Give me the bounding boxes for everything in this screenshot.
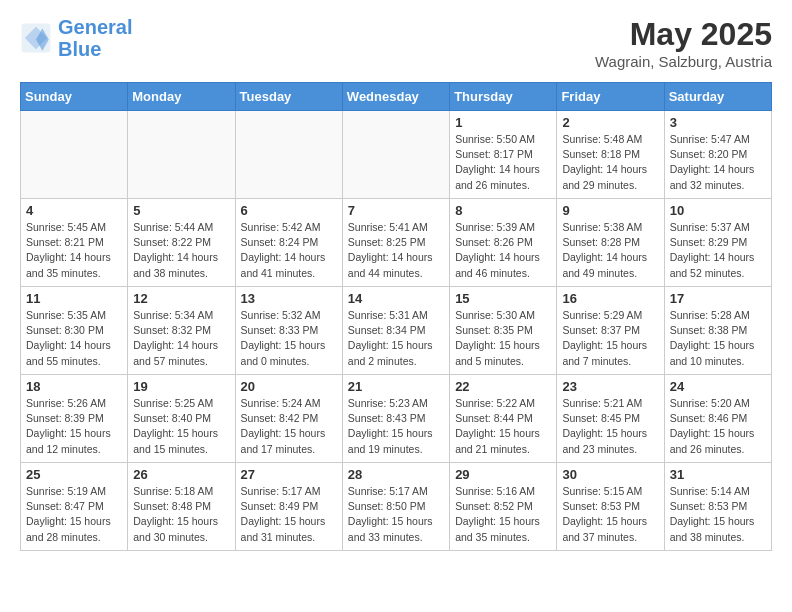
calendar-cell: 27Sunrise: 5:17 AM Sunset: 8:49 PM Dayli… <box>235 463 342 551</box>
day-number: 4 <box>26 203 122 218</box>
page: General Blue May 2025 Wagrain, Salzburg,… <box>0 0 792 567</box>
calendar-cell: 21Sunrise: 5:23 AM Sunset: 8:43 PM Dayli… <box>342 375 449 463</box>
day-info: Sunrise: 5:29 AM Sunset: 8:37 PM Dayligh… <box>562 308 658 369</box>
day-info: Sunrise: 5:17 AM Sunset: 8:50 PM Dayligh… <box>348 484 444 545</box>
calendar-week-row: 18Sunrise: 5:26 AM Sunset: 8:39 PM Dayli… <box>21 375 772 463</box>
calendar-cell: 15Sunrise: 5:30 AM Sunset: 8:35 PM Dayli… <box>450 287 557 375</box>
day-number: 29 <box>455 467 551 482</box>
day-number: 21 <box>348 379 444 394</box>
day-info: Sunrise: 5:28 AM Sunset: 8:38 PM Dayligh… <box>670 308 766 369</box>
weekday-header: Sunday <box>21 83 128 111</box>
day-info: Sunrise: 5:42 AM Sunset: 8:24 PM Dayligh… <box>241 220 337 281</box>
day-number: 28 <box>348 467 444 482</box>
day-info: Sunrise: 5:50 AM Sunset: 8:17 PM Dayligh… <box>455 132 551 193</box>
day-info: Sunrise: 5:34 AM Sunset: 8:32 PM Dayligh… <box>133 308 229 369</box>
day-number: 26 <box>133 467 229 482</box>
day-info: Sunrise: 5:17 AM Sunset: 8:49 PM Dayligh… <box>241 484 337 545</box>
day-number: 17 <box>670 291 766 306</box>
calendar-table: SundayMondayTuesdayWednesdayThursdayFrid… <box>20 82 772 551</box>
calendar-cell <box>342 111 449 199</box>
weekday-header: Saturday <box>664 83 771 111</box>
calendar-cell: 28Sunrise: 5:17 AM Sunset: 8:50 PM Dayli… <box>342 463 449 551</box>
day-number: 14 <box>348 291 444 306</box>
day-info: Sunrise: 5:32 AM Sunset: 8:33 PM Dayligh… <box>241 308 337 369</box>
calendar-cell: 14Sunrise: 5:31 AM Sunset: 8:34 PM Dayli… <box>342 287 449 375</box>
calendar-week-row: 11Sunrise: 5:35 AM Sunset: 8:30 PM Dayli… <box>21 287 772 375</box>
day-number: 13 <box>241 291 337 306</box>
day-info: Sunrise: 5:37 AM Sunset: 8:29 PM Dayligh… <box>670 220 766 281</box>
day-number: 25 <box>26 467 122 482</box>
day-number: 24 <box>670 379 766 394</box>
day-number: 10 <box>670 203 766 218</box>
location: Wagrain, Salzburg, Austria <box>595 53 772 70</box>
calendar-cell: 5Sunrise: 5:44 AM Sunset: 8:22 PM Daylig… <box>128 199 235 287</box>
weekday-header: Wednesday <box>342 83 449 111</box>
day-number: 23 <box>562 379 658 394</box>
day-info: Sunrise: 5:44 AM Sunset: 8:22 PM Dayligh… <box>133 220 229 281</box>
calendar-cell <box>21 111 128 199</box>
title-block: May 2025 Wagrain, Salzburg, Austria <box>595 16 772 70</box>
calendar-week-row: 25Sunrise: 5:19 AM Sunset: 8:47 PM Dayli… <box>21 463 772 551</box>
day-info: Sunrise: 5:23 AM Sunset: 8:43 PM Dayligh… <box>348 396 444 457</box>
calendar-cell: 20Sunrise: 5:24 AM Sunset: 8:42 PM Dayli… <box>235 375 342 463</box>
calendar-cell: 19Sunrise: 5:25 AM Sunset: 8:40 PM Dayli… <box>128 375 235 463</box>
day-info: Sunrise: 5:39 AM Sunset: 8:26 PM Dayligh… <box>455 220 551 281</box>
day-number: 18 <box>26 379 122 394</box>
day-info: Sunrise: 5:25 AM Sunset: 8:40 PM Dayligh… <box>133 396 229 457</box>
day-info: Sunrise: 5:38 AM Sunset: 8:28 PM Dayligh… <box>562 220 658 281</box>
day-number: 31 <box>670 467 766 482</box>
day-info: Sunrise: 5:18 AM Sunset: 8:48 PM Dayligh… <box>133 484 229 545</box>
calendar-cell: 4Sunrise: 5:45 AM Sunset: 8:21 PM Daylig… <box>21 199 128 287</box>
calendar-cell: 11Sunrise: 5:35 AM Sunset: 8:30 PM Dayli… <box>21 287 128 375</box>
day-info: Sunrise: 5:14 AM Sunset: 8:53 PM Dayligh… <box>670 484 766 545</box>
day-number: 11 <box>26 291 122 306</box>
day-number: 19 <box>133 379 229 394</box>
calendar-cell: 9Sunrise: 5:38 AM Sunset: 8:28 PM Daylig… <box>557 199 664 287</box>
day-info: Sunrise: 5:41 AM Sunset: 8:25 PM Dayligh… <box>348 220 444 281</box>
calendar-cell: 12Sunrise: 5:34 AM Sunset: 8:32 PM Dayli… <box>128 287 235 375</box>
calendar-cell: 23Sunrise: 5:21 AM Sunset: 8:45 PM Dayli… <box>557 375 664 463</box>
day-number: 2 <box>562 115 658 130</box>
calendar-cell: 17Sunrise: 5:28 AM Sunset: 8:38 PM Dayli… <box>664 287 771 375</box>
calendar-cell <box>235 111 342 199</box>
weekday-header: Thursday <box>450 83 557 111</box>
day-number: 9 <box>562 203 658 218</box>
calendar-cell: 10Sunrise: 5:37 AM Sunset: 8:29 PM Dayli… <box>664 199 771 287</box>
day-info: Sunrise: 5:22 AM Sunset: 8:44 PM Dayligh… <box>455 396 551 457</box>
day-info: Sunrise: 5:47 AM Sunset: 8:20 PM Dayligh… <box>670 132 766 193</box>
day-number: 20 <box>241 379 337 394</box>
calendar-cell: 7Sunrise: 5:41 AM Sunset: 8:25 PM Daylig… <box>342 199 449 287</box>
weekday-header: Monday <box>128 83 235 111</box>
calendar-header-row: SundayMondayTuesdayWednesdayThursdayFrid… <box>21 83 772 111</box>
logo: General Blue <box>20 16 132 60</box>
calendar-cell: 18Sunrise: 5:26 AM Sunset: 8:39 PM Dayli… <box>21 375 128 463</box>
logo-text: General Blue <box>58 16 132 60</box>
day-number: 16 <box>562 291 658 306</box>
calendar-cell: 26Sunrise: 5:18 AM Sunset: 8:48 PM Dayli… <box>128 463 235 551</box>
weekday-header: Tuesday <box>235 83 342 111</box>
day-number: 5 <box>133 203 229 218</box>
calendar-cell: 24Sunrise: 5:20 AM Sunset: 8:46 PM Dayli… <box>664 375 771 463</box>
day-number: 27 <box>241 467 337 482</box>
month-title: May 2025 <box>595 16 772 53</box>
calendar-cell <box>128 111 235 199</box>
calendar-cell: 16Sunrise: 5:29 AM Sunset: 8:37 PM Dayli… <box>557 287 664 375</box>
logo-general: General <box>58 16 132 38</box>
day-number: 1 <box>455 115 551 130</box>
day-info: Sunrise: 5:30 AM Sunset: 8:35 PM Dayligh… <box>455 308 551 369</box>
logo-blue: Blue <box>58 38 132 60</box>
calendar-cell: 6Sunrise: 5:42 AM Sunset: 8:24 PM Daylig… <box>235 199 342 287</box>
day-number: 8 <box>455 203 551 218</box>
calendar-cell: 1Sunrise: 5:50 AM Sunset: 8:17 PM Daylig… <box>450 111 557 199</box>
calendar-week-row: 4Sunrise: 5:45 AM Sunset: 8:21 PM Daylig… <box>21 199 772 287</box>
day-info: Sunrise: 5:16 AM Sunset: 8:52 PM Dayligh… <box>455 484 551 545</box>
day-info: Sunrise: 5:48 AM Sunset: 8:18 PM Dayligh… <box>562 132 658 193</box>
calendar-cell: 30Sunrise: 5:15 AM Sunset: 8:53 PM Dayli… <box>557 463 664 551</box>
calendar-week-row: 1Sunrise: 5:50 AM Sunset: 8:17 PM Daylig… <box>21 111 772 199</box>
weekday-header: Friday <box>557 83 664 111</box>
day-number: 6 <box>241 203 337 218</box>
day-info: Sunrise: 5:15 AM Sunset: 8:53 PM Dayligh… <box>562 484 658 545</box>
header: General Blue May 2025 Wagrain, Salzburg,… <box>20 16 772 70</box>
day-number: 30 <box>562 467 658 482</box>
day-info: Sunrise: 5:45 AM Sunset: 8:21 PM Dayligh… <box>26 220 122 281</box>
